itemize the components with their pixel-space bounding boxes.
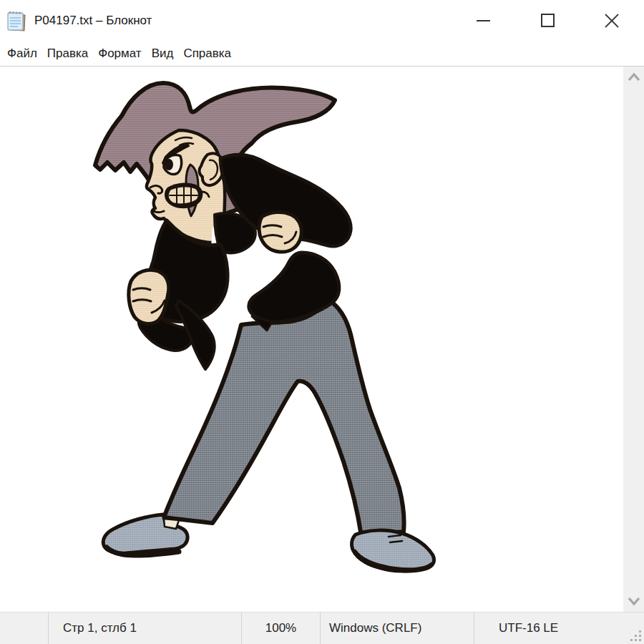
statusbar-line-endings: Windows (CRLF) xyxy=(321,613,474,644)
close-icon xyxy=(604,13,620,29)
vertical-scrollbar[interactable] xyxy=(623,67,644,612)
figure-pupil xyxy=(165,159,173,170)
scroll-down-button[interactable] xyxy=(623,590,644,612)
text-editor-area[interactable] xyxy=(0,67,644,612)
encoding-text: UTF-16 LE xyxy=(499,621,558,635)
cursor-position-text: Стр 1, стлб 1 xyxy=(63,621,137,635)
notepad-window: P04197.txt – Блокнот Файл Правка Формат … xyxy=(0,0,644,644)
resize-grip[interactable] xyxy=(630,630,642,642)
maximize-button[interactable] xyxy=(515,0,580,41)
notepad-icon xyxy=(6,9,27,32)
close-button[interactable] xyxy=(580,0,644,41)
zoom-level-text: 100% xyxy=(265,621,296,635)
menubar: Файл Правка Формат Вид Справка xyxy=(0,41,644,67)
statusbar: Стр 1, стлб 1 100% Windows (CRLF) UTF-16… xyxy=(0,612,644,644)
scroll-up-button[interactable] xyxy=(623,67,644,88)
minimize-button[interactable] xyxy=(451,0,515,41)
titlebar: P04197.txt – Блокнот xyxy=(0,0,644,41)
window-title: P04197.txt – Блокнот xyxy=(34,14,152,28)
window-controls xyxy=(451,0,644,41)
chevron-down-icon xyxy=(625,595,643,608)
menu-edit[interactable]: Правка xyxy=(44,44,92,64)
line-endings-text: Windows (CRLF) xyxy=(329,621,421,635)
figure-fist-left xyxy=(129,270,169,323)
menu-help[interactable]: Справка xyxy=(180,44,235,64)
statusbar-encoding: UTF-16 LE xyxy=(474,613,644,644)
minimize-icon xyxy=(477,20,490,21)
statusbar-cursor-position: Стр 1, стлб 1 xyxy=(49,613,242,644)
statusbar-zoom-level: 100% xyxy=(242,613,321,644)
menu-view[interactable]: Вид xyxy=(148,44,177,64)
ascii-art-figure xyxy=(0,67,644,612)
chevron-up-icon xyxy=(625,71,643,84)
maximize-icon xyxy=(541,14,555,27)
figure-shoe-left-lace xyxy=(164,519,179,529)
menu-format[interactable]: Формат xyxy=(94,44,145,64)
statusbar-spacer xyxy=(0,613,49,644)
menu-file[interactable]: Файл xyxy=(4,44,41,64)
